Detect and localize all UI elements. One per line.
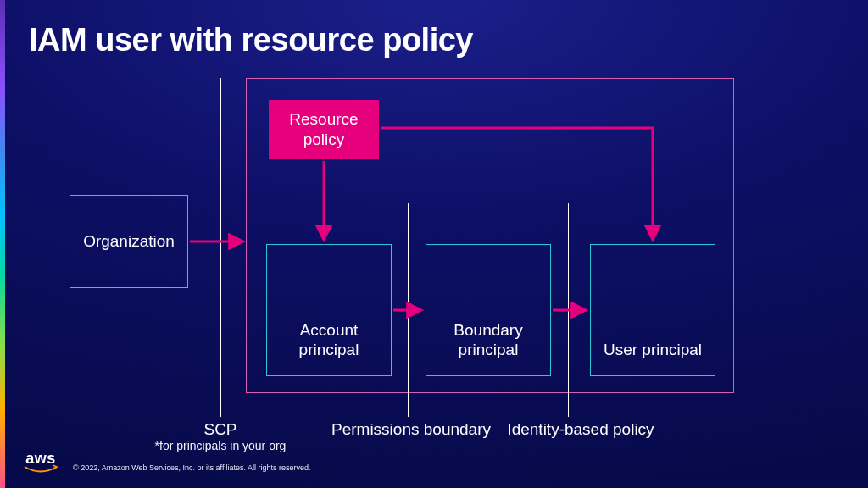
node-resource-policy: Resource policy	[269, 100, 379, 159]
node-boundary-principal: Boundary principal	[426, 244, 551, 376]
node-label: Resource policy	[275, 109, 373, 150]
copyright-text: © 2022, Amazon Web Services, Inc. or its…	[73, 463, 310, 472]
divider-identity-policy	[568, 203, 569, 417]
label-permissions-boundary: Permissions boundary	[322, 420, 500, 439]
divider-scp	[220, 78, 221, 417]
node-label: Organization	[83, 231, 175, 252]
label-scp: SCP	[170, 420, 271, 439]
node-label: User principal	[604, 340, 702, 360]
node-label: Account principal	[272, 320, 386, 361]
node-user-principal: User principal	[590, 244, 715, 376]
label-identity-policy: Identity-based policy	[492, 420, 670, 439]
footer: aws © 2022, Amazon Web Services, Inc. or…	[24, 451, 310, 474]
node-account-principal: Account principal	[266, 244, 392, 376]
node-organization: Organization	[70, 195, 188, 288]
node-label: Boundary principal	[431, 320, 545, 361]
aws-swoosh-icon	[24, 464, 58, 474]
diagram-canvas: Organization Resource policy Account pri…	[0, 0, 868, 488]
aws-logo: aws	[24, 451, 58, 474]
divider-permissions-boundary	[408, 203, 409, 417]
